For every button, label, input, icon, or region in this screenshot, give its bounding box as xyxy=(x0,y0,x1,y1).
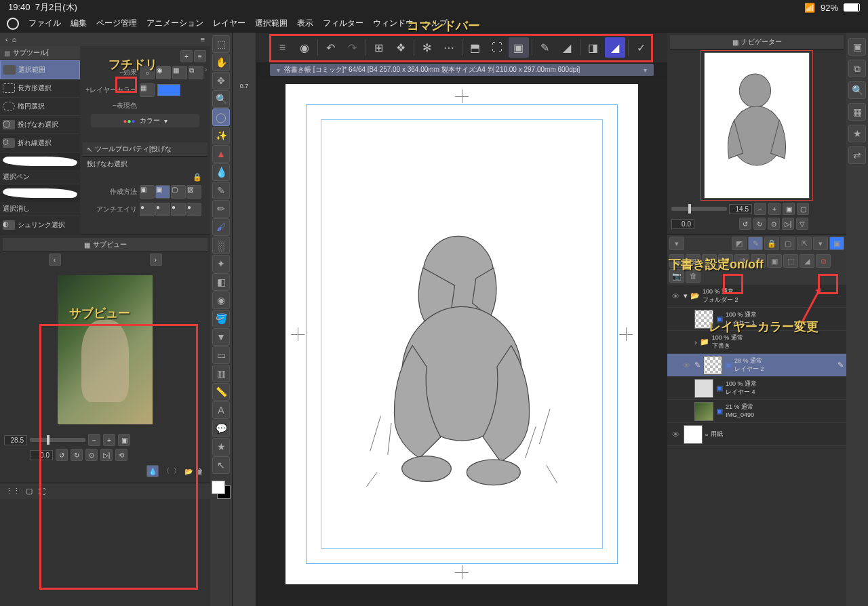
zoom-out-icon[interactable]: − xyxy=(88,434,100,446)
pen-icon[interactable]: ✎ xyxy=(212,182,230,199)
wand-icon[interactable]: ✨ xyxy=(212,127,230,144)
brush-icon[interactable]: 🖌 xyxy=(212,218,230,236)
pen-nib-icon[interactable]: ▲ xyxy=(212,145,230,163)
eraser2-icon[interactable]: ◨ xyxy=(583,37,604,58)
canvas-viewport[interactable] xyxy=(256,77,667,606)
bucket-icon[interactable]: ⬒ xyxy=(465,37,486,58)
expression-dropdown[interactable]: ●●● カラー ▾ xyxy=(91,114,199,127)
panel3-icon[interactable]: 🔍 xyxy=(848,81,866,99)
hamburger-icon[interactable]: ≡ xyxy=(273,37,293,58)
check-icon[interactable]: ▦ xyxy=(669,254,684,268)
menu-icon[interactable]: ≡ xyxy=(201,35,205,43)
undo-icon[interactable]: ↶ xyxy=(321,37,341,58)
layers-icon[interactable]: ❖ xyxy=(391,37,411,58)
ruler-icon[interactable]: 📏 xyxy=(212,383,230,401)
gradient-icon[interactable]: ▼ xyxy=(212,328,230,346)
back-icon[interactable]: ‹ xyxy=(5,35,8,43)
eyedropper-icon[interactable]: 💧 xyxy=(146,465,159,477)
aa-none[interactable]: ● xyxy=(140,203,155,216)
grip-icon[interactable]: ⋮⋮ xyxy=(5,487,20,496)
menu-page[interactable]: ページ管理 xyxy=(96,18,137,29)
method-sub[interactable]: ▢ xyxy=(171,185,186,199)
nav-flip-v[interactable]: ▽ xyxy=(796,218,808,230)
loading-icon[interactable]: ✻ xyxy=(417,37,437,58)
airbrush-icon[interactable]: ░ xyxy=(212,237,230,254)
subtool-selpen[interactable]: 選択ペン xyxy=(0,170,80,184)
pen2-icon[interactable]: ◢ xyxy=(557,37,577,58)
lasso-icon[interactable]: ◯ xyxy=(212,108,230,126)
menu-selection[interactable]: 選択範囲 xyxy=(255,18,288,29)
fill-icon[interactable]: 🪣 xyxy=(212,310,230,327)
sync-icon[interactable]: ⟲ xyxy=(115,449,127,461)
blend-icon[interactable]: ◉ xyxy=(212,291,230,309)
lock-icon[interactable]: 🔒 xyxy=(764,237,779,250)
effect-border[interactable]: ◉ xyxy=(156,66,171,79)
nav-fit[interactable]: ▣ xyxy=(783,203,795,215)
menu-view[interactable]: 表示 xyxy=(297,18,313,29)
star-icon[interactable]: ★ xyxy=(212,438,230,456)
menu-animation[interactable]: アニメーション xyxy=(146,18,203,29)
cube-icon[interactable]: ⬚ xyxy=(212,35,230,53)
add-icon[interactable]: + xyxy=(180,50,193,62)
text-icon[interactable]: A xyxy=(212,401,230,419)
nav-zoom-slider[interactable] xyxy=(671,207,727,211)
panel6-icon[interactable]: ⇄ xyxy=(848,146,866,164)
dropper2-icon[interactable]: ✎ xyxy=(535,37,555,58)
hand-icon[interactable]: ✋ xyxy=(212,54,230,71)
apply-mask-icon[interactable]: ⬚ xyxy=(783,254,798,268)
blend-mode[interactable]: ▾ xyxy=(669,237,684,250)
ref-icon[interactable]: ▢ xyxy=(781,237,795,250)
next-icon[interactable]: 〉 xyxy=(174,466,180,476)
panel2-icon[interactable]: ⧉ xyxy=(848,60,866,77)
layer-paper[interactable]: 👁 ▫ 用紙 xyxy=(667,423,846,446)
mask-icon[interactable]: ▣ xyxy=(767,254,782,268)
effect-tone[interactable]: ▦ xyxy=(172,66,187,79)
expand-icon[interactable]: ⛶ xyxy=(38,487,45,496)
new-folder-icon[interactable]: 📁 xyxy=(718,254,733,268)
method-new[interactable]: ▣ xyxy=(140,185,155,199)
shape-icon[interactable]: ▭ xyxy=(212,346,230,364)
app-logo-icon[interactable] xyxy=(7,18,19,30)
new-layer-icon[interactable]: ⊞ xyxy=(369,37,389,58)
layer-color-btn[interactable]: ▣ xyxy=(829,237,844,250)
chevron-right-icon[interactable]: › xyxy=(205,66,207,79)
zoom-in-icon[interactable]: + xyxy=(103,434,115,446)
nav-right[interactable]: › xyxy=(150,254,162,266)
canvas[interactable] xyxy=(285,84,638,584)
layer-item-selected[interactable]: 👁 ✎ ▣ 28 % 通常レイヤー 2 ✎ xyxy=(667,354,846,377)
zoom-slider[interactable] xyxy=(30,438,85,442)
menu-window[interactable]: ウィンドウ xyxy=(373,18,414,29)
redo-icon[interactable]: ↷ xyxy=(342,37,363,58)
aa-mid[interactable]: ● xyxy=(171,203,186,216)
subtool-polyline[interactable]: ⬡折れ線選択 xyxy=(0,134,80,153)
folder-chevron[interactable]: › xyxy=(694,338,697,346)
nav-zoom-out[interactable]: − xyxy=(754,203,766,215)
fg-color[interactable] xyxy=(212,481,225,494)
highlight-icon[interactable]: ◢ xyxy=(605,37,625,58)
dots-icon[interactable]: ⋯ xyxy=(439,37,459,58)
nav-reset[interactable]: ⊙ xyxy=(768,218,780,230)
aa-weak[interactable]: ● xyxy=(155,203,170,216)
correct-icon[interactable]: ↖ xyxy=(212,456,230,474)
panel1-icon[interactable]: ▣ xyxy=(848,38,866,56)
camera-icon[interactable]: 📷 xyxy=(669,269,684,283)
frame-icon[interactable]: ▥ xyxy=(212,365,230,382)
nav-flip-h[interactable]: ▷| xyxy=(782,218,794,230)
delete-layer-icon[interactable]: 🗑 xyxy=(686,269,701,283)
layer-folder2[interactable]: › 📁 100 % 通常下書き xyxy=(667,331,846,354)
transfer-icon[interactable]: ⇄ xyxy=(734,254,749,268)
chevron-down-icon[interactable]: ✓ xyxy=(631,37,652,58)
swirl-icon[interactable]: ◉ xyxy=(294,37,315,58)
eye-icon[interactable]: 👁 xyxy=(670,292,681,300)
subview-rotation[interactable]: 0.0 xyxy=(30,450,53,460)
pencil-icon[interactable]: ✏ xyxy=(212,200,230,218)
layer-color-toggle[interactable]: ▦ xyxy=(140,83,155,97)
merge-icon[interactable]: ⬇ xyxy=(751,254,766,268)
reset-icon[interactable]: ⊙ xyxy=(85,449,98,461)
menu-help[interactable]: ヘルプ xyxy=(423,18,448,29)
navigator-thumb[interactable] xyxy=(704,52,810,199)
marquee-icon[interactable]: ▣ xyxy=(509,37,529,58)
eyedropper2-icon[interactable]: 💧 xyxy=(212,163,230,181)
new-raster-icon[interactable]: ⊞ xyxy=(686,254,701,268)
new-vector-icon[interactable]: ⊞ xyxy=(702,254,717,268)
